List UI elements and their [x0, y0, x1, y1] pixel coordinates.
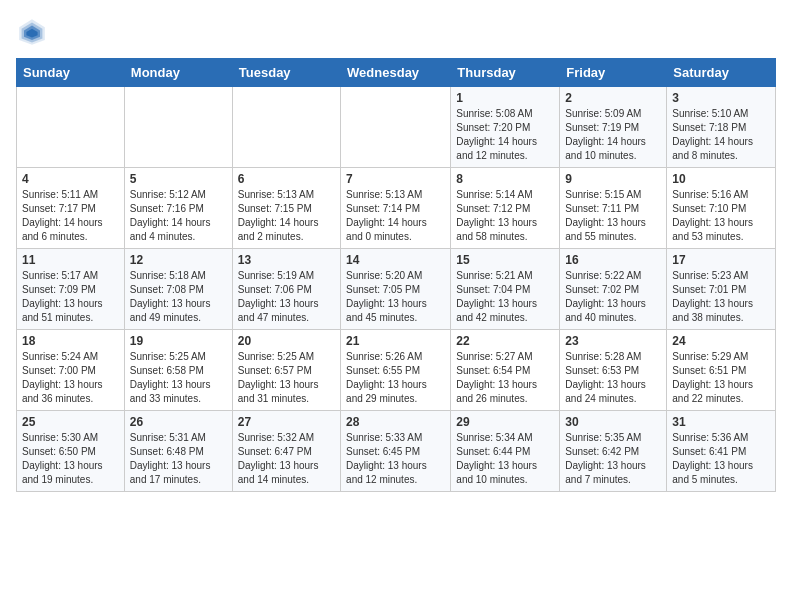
calendar-cell: 27Sunrise: 5:32 AM Sunset: 6:47 PM Dayli… [232, 411, 340, 492]
day-number: 28 [346, 415, 445, 429]
calendar-cell [341, 87, 451, 168]
page-header [16, 16, 776, 48]
logo-icon [16, 16, 48, 48]
calendar-cell: 29Sunrise: 5:34 AM Sunset: 6:44 PM Dayli… [451, 411, 560, 492]
calendar-cell: 6Sunrise: 5:13 AM Sunset: 7:15 PM Daylig… [232, 168, 340, 249]
header-thursday: Thursday [451, 59, 560, 87]
day-detail: Sunrise: 5:15 AM Sunset: 7:11 PM Dayligh… [565, 188, 661, 244]
day-number: 18 [22, 334, 119, 348]
day-detail: Sunrise: 5:21 AM Sunset: 7:04 PM Dayligh… [456, 269, 554, 325]
day-detail: Sunrise: 5:25 AM Sunset: 6:58 PM Dayligh… [130, 350, 227, 406]
week-row-4: 18Sunrise: 5:24 AM Sunset: 7:00 PM Dayli… [17, 330, 776, 411]
day-detail: Sunrise: 5:30 AM Sunset: 6:50 PM Dayligh… [22, 431, 119, 487]
calendar-cell: 16Sunrise: 5:22 AM Sunset: 7:02 PM Dayli… [560, 249, 667, 330]
calendar-cell: 26Sunrise: 5:31 AM Sunset: 6:48 PM Dayli… [124, 411, 232, 492]
calendar-cell [232, 87, 340, 168]
day-number: 15 [456, 253, 554, 267]
calendar-cell: 18Sunrise: 5:24 AM Sunset: 7:00 PM Dayli… [17, 330, 125, 411]
calendar-cell: 21Sunrise: 5:26 AM Sunset: 6:55 PM Dayli… [341, 330, 451, 411]
day-detail: Sunrise: 5:10 AM Sunset: 7:18 PM Dayligh… [672, 107, 770, 163]
day-detail: Sunrise: 5:13 AM Sunset: 7:14 PM Dayligh… [346, 188, 445, 244]
day-detail: Sunrise: 5:23 AM Sunset: 7:01 PM Dayligh… [672, 269, 770, 325]
calendar-cell: 30Sunrise: 5:35 AM Sunset: 6:42 PM Dayli… [560, 411, 667, 492]
calendar-cell: 10Sunrise: 5:16 AM Sunset: 7:10 PM Dayli… [667, 168, 776, 249]
day-detail: Sunrise: 5:27 AM Sunset: 6:54 PM Dayligh… [456, 350, 554, 406]
day-detail: Sunrise: 5:17 AM Sunset: 7:09 PM Dayligh… [22, 269, 119, 325]
day-detail: Sunrise: 5:19 AM Sunset: 7:06 PM Dayligh… [238, 269, 335, 325]
day-number: 24 [672, 334, 770, 348]
calendar-cell: 25Sunrise: 5:30 AM Sunset: 6:50 PM Dayli… [17, 411, 125, 492]
day-number: 23 [565, 334, 661, 348]
calendar-cell: 17Sunrise: 5:23 AM Sunset: 7:01 PM Dayli… [667, 249, 776, 330]
day-detail: Sunrise: 5:36 AM Sunset: 6:41 PM Dayligh… [672, 431, 770, 487]
day-number: 19 [130, 334, 227, 348]
week-row-3: 11Sunrise: 5:17 AM Sunset: 7:09 PM Dayli… [17, 249, 776, 330]
day-number: 9 [565, 172, 661, 186]
calendar-table: SundayMondayTuesdayWednesdayThursdayFrid… [16, 58, 776, 492]
day-detail: Sunrise: 5:13 AM Sunset: 7:15 PM Dayligh… [238, 188, 335, 244]
day-number: 11 [22, 253, 119, 267]
header-friday: Friday [560, 59, 667, 87]
day-number: 31 [672, 415, 770, 429]
day-detail: Sunrise: 5:33 AM Sunset: 6:45 PM Dayligh… [346, 431, 445, 487]
day-detail: Sunrise: 5:11 AM Sunset: 7:17 PM Dayligh… [22, 188, 119, 244]
header-monday: Monday [124, 59, 232, 87]
calendar-cell: 23Sunrise: 5:28 AM Sunset: 6:53 PM Dayli… [560, 330, 667, 411]
day-detail: Sunrise: 5:20 AM Sunset: 7:05 PM Dayligh… [346, 269, 445, 325]
day-number: 26 [130, 415, 227, 429]
day-detail: Sunrise: 5:35 AM Sunset: 6:42 PM Dayligh… [565, 431, 661, 487]
day-number: 29 [456, 415, 554, 429]
calendar-cell: 12Sunrise: 5:18 AM Sunset: 7:08 PM Dayli… [124, 249, 232, 330]
calendar-cell: 20Sunrise: 5:25 AM Sunset: 6:57 PM Dayli… [232, 330, 340, 411]
day-detail: Sunrise: 5:18 AM Sunset: 7:08 PM Dayligh… [130, 269, 227, 325]
header-tuesday: Tuesday [232, 59, 340, 87]
day-number: 21 [346, 334, 445, 348]
day-number: 6 [238, 172, 335, 186]
day-number: 13 [238, 253, 335, 267]
week-row-2: 4Sunrise: 5:11 AM Sunset: 7:17 PM Daylig… [17, 168, 776, 249]
day-number: 10 [672, 172, 770, 186]
header-row: SundayMondayTuesdayWednesdayThursdayFrid… [17, 59, 776, 87]
day-number: 5 [130, 172, 227, 186]
day-number: 20 [238, 334, 335, 348]
calendar-cell: 31Sunrise: 5:36 AM Sunset: 6:41 PM Dayli… [667, 411, 776, 492]
day-number: 25 [22, 415, 119, 429]
calendar-cell: 22Sunrise: 5:27 AM Sunset: 6:54 PM Dayli… [451, 330, 560, 411]
logo [16, 16, 54, 48]
calendar-cell: 13Sunrise: 5:19 AM Sunset: 7:06 PM Dayli… [232, 249, 340, 330]
day-number: 3 [672, 91, 770, 105]
day-detail: Sunrise: 5:26 AM Sunset: 6:55 PM Dayligh… [346, 350, 445, 406]
day-number: 22 [456, 334, 554, 348]
day-detail: Sunrise: 5:09 AM Sunset: 7:19 PM Dayligh… [565, 107, 661, 163]
day-number: 8 [456, 172, 554, 186]
day-detail: Sunrise: 5:34 AM Sunset: 6:44 PM Dayligh… [456, 431, 554, 487]
day-detail: Sunrise: 5:31 AM Sunset: 6:48 PM Dayligh… [130, 431, 227, 487]
calendar-cell: 11Sunrise: 5:17 AM Sunset: 7:09 PM Dayli… [17, 249, 125, 330]
week-row-1: 1Sunrise: 5:08 AM Sunset: 7:20 PM Daylig… [17, 87, 776, 168]
day-detail: Sunrise: 5:25 AM Sunset: 6:57 PM Dayligh… [238, 350, 335, 406]
calendar-cell: 28Sunrise: 5:33 AM Sunset: 6:45 PM Dayli… [341, 411, 451, 492]
day-detail: Sunrise: 5:24 AM Sunset: 7:00 PM Dayligh… [22, 350, 119, 406]
day-detail: Sunrise: 5:14 AM Sunset: 7:12 PM Dayligh… [456, 188, 554, 244]
calendar-cell: 8Sunrise: 5:14 AM Sunset: 7:12 PM Daylig… [451, 168, 560, 249]
calendar-cell [124, 87, 232, 168]
calendar-cell: 9Sunrise: 5:15 AM Sunset: 7:11 PM Daylig… [560, 168, 667, 249]
day-detail: Sunrise: 5:08 AM Sunset: 7:20 PM Dayligh… [456, 107, 554, 163]
calendar-cell: 4Sunrise: 5:11 AM Sunset: 7:17 PM Daylig… [17, 168, 125, 249]
header-wednesday: Wednesday [341, 59, 451, 87]
day-number: 7 [346, 172, 445, 186]
calendar-cell: 15Sunrise: 5:21 AM Sunset: 7:04 PM Dayli… [451, 249, 560, 330]
day-detail: Sunrise: 5:16 AM Sunset: 7:10 PM Dayligh… [672, 188, 770, 244]
calendar-cell: 1Sunrise: 5:08 AM Sunset: 7:20 PM Daylig… [451, 87, 560, 168]
day-number: 30 [565, 415, 661, 429]
calendar-cell: 24Sunrise: 5:29 AM Sunset: 6:51 PM Dayli… [667, 330, 776, 411]
day-number: 2 [565, 91, 661, 105]
day-number: 1 [456, 91, 554, 105]
calendar-cell: 2Sunrise: 5:09 AM Sunset: 7:19 PM Daylig… [560, 87, 667, 168]
day-detail: Sunrise: 5:32 AM Sunset: 6:47 PM Dayligh… [238, 431, 335, 487]
day-number: 16 [565, 253, 661, 267]
calendar-cell [17, 87, 125, 168]
day-number: 27 [238, 415, 335, 429]
day-detail: Sunrise: 5:12 AM Sunset: 7:16 PM Dayligh… [130, 188, 227, 244]
day-number: 17 [672, 253, 770, 267]
